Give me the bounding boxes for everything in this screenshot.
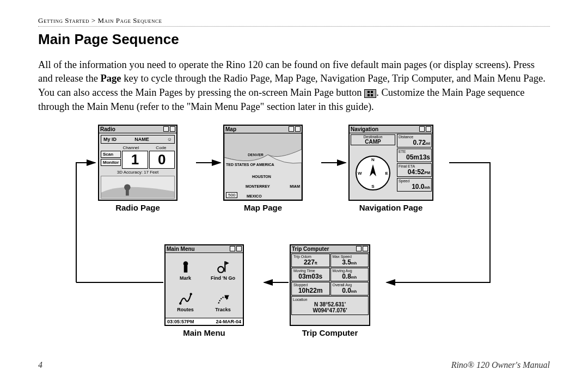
divider	[38, 26, 550, 27]
main-menu-thumbnail: Main Menu Mark Find 'N Go Routes Tracks …	[164, 244, 244, 337]
page-footer: 4 Rino® 120 Owner's Manual	[38, 360, 550, 370]
map-page-thumbnail: Map DENVER TED STATES OF AMERICA HOUSTON…	[223, 125, 303, 212]
radio-caption: Radio Page	[98, 203, 177, 212]
body-paragraph: All of the information you need to opera…	[38, 58, 550, 115]
trip-computer-thumbnail: Trip Computer Trip Odom227ft Max Speed3.…	[290, 244, 370, 337]
svg-rect-2	[367, 94, 370, 96]
page-flow-diagram: Radio My IDNAME☺ ChannelCode Scan Monito…	[38, 125, 550, 342]
navigation-caption: Navigation Page	[348, 203, 433, 212]
page-heading: Main Page Sequence	[38, 31, 550, 48]
svg-rect-5	[126, 189, 129, 195]
trip-computer-caption: Trip Computer	[290, 328, 370, 337]
svg-rect-0	[367, 91, 370, 93]
manual-title: Rino® 120 Owner's Manual	[451, 360, 550, 370]
svg-rect-7	[183, 266, 187, 273]
svg-point-6	[183, 261, 188, 266]
navigation-page-thumbnail: Navigation DestinationCAMP NSEW Distance…	[348, 125, 433, 212]
main-page-button-icon	[364, 89, 376, 98]
svg-rect-1	[371, 91, 373, 93]
breadcrumb: Getting Started > Main Page Sequence	[38, 16, 550, 25]
svg-point-10	[179, 302, 181, 304]
svg-point-9	[218, 267, 224, 273]
svg-rect-3	[371, 94, 373, 96]
svg-point-11	[189, 293, 192, 295]
map-caption: Map Page	[223, 203, 303, 212]
radio-page-thumbnail: Radio My IDNAME☺ ChannelCode Scan Monito…	[98, 125, 177, 212]
svg-rect-8	[224, 261, 225, 272]
page-number: 4	[38, 360, 42, 370]
main-menu-caption: Main Menu	[164, 328, 244, 337]
